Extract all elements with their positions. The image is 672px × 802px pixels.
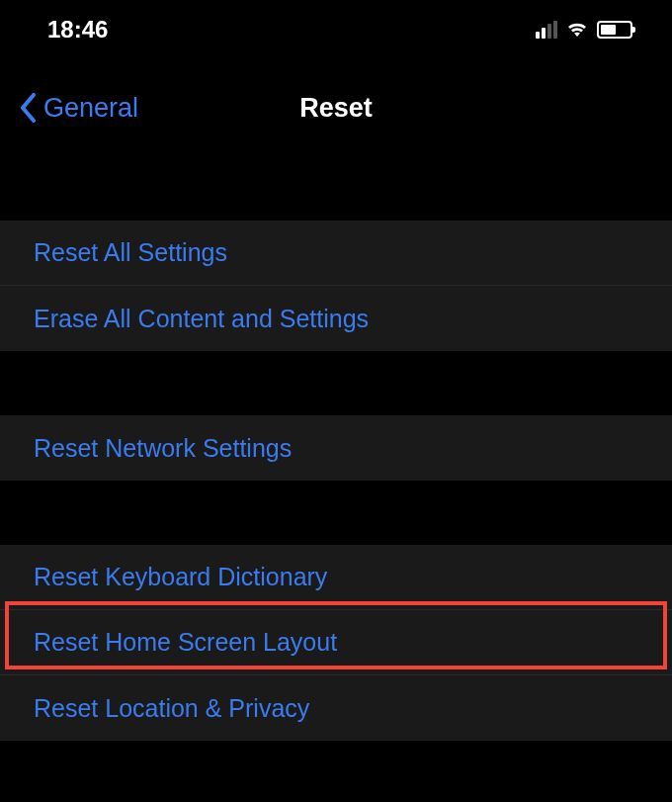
settings-group: Reset Keyboard Dictionary Reset Home Scr… bbox=[0, 545, 672, 741]
group-separator bbox=[0, 351, 672, 415]
list-item-label: Reset Network Settings bbox=[34, 434, 292, 463]
reset-keyboard-dictionary-item[interactable]: Reset Keyboard Dictionary bbox=[0, 545, 672, 610]
status-icons bbox=[536, 21, 632, 39]
cellular-signal-icon bbox=[536, 21, 557, 39]
erase-all-content-item[interactable]: Erase All Content and Settings bbox=[0, 286, 672, 351]
reset-home-screen-layout-item[interactable]: Reset Home Screen Layout bbox=[0, 610, 672, 675]
back-button[interactable]: General bbox=[20, 93, 138, 124]
chevron-back-icon bbox=[20, 93, 38, 123]
list-item-label: Reset Keyboard Dictionary bbox=[34, 563, 327, 591]
reset-location-privacy-item[interactable]: Reset Location & Privacy bbox=[0, 675, 672, 741]
reset-network-settings-item[interactable]: Reset Network Settings bbox=[0, 415, 672, 481]
list-item-label: Reset All Settings bbox=[34, 238, 227, 267]
list-item-label: Reset Home Screen Layout bbox=[34, 628, 337, 657]
navigation-bar: General Reset bbox=[0, 59, 672, 156]
back-label: General bbox=[43, 93, 138, 124]
status-bar: 18:46 bbox=[0, 0, 672, 59]
battery-icon bbox=[597, 21, 632, 39]
page-title: Reset bbox=[299, 93, 373, 124]
list-item-label: Erase All Content and Settings bbox=[34, 305, 369, 333]
group-separator bbox=[0, 481, 672, 545]
wifi-icon bbox=[565, 21, 589, 39]
list-item-label: Reset Location & Privacy bbox=[34, 694, 309, 723]
status-time: 18:46 bbox=[47, 16, 108, 44]
reset-all-settings-item[interactable]: Reset All Settings bbox=[0, 221, 672, 286]
group-separator bbox=[0, 156, 672, 221]
settings-group: Reset Network Settings bbox=[0, 415, 672, 481]
settings-group: Reset All Settings Erase All Content and… bbox=[0, 221, 672, 351]
